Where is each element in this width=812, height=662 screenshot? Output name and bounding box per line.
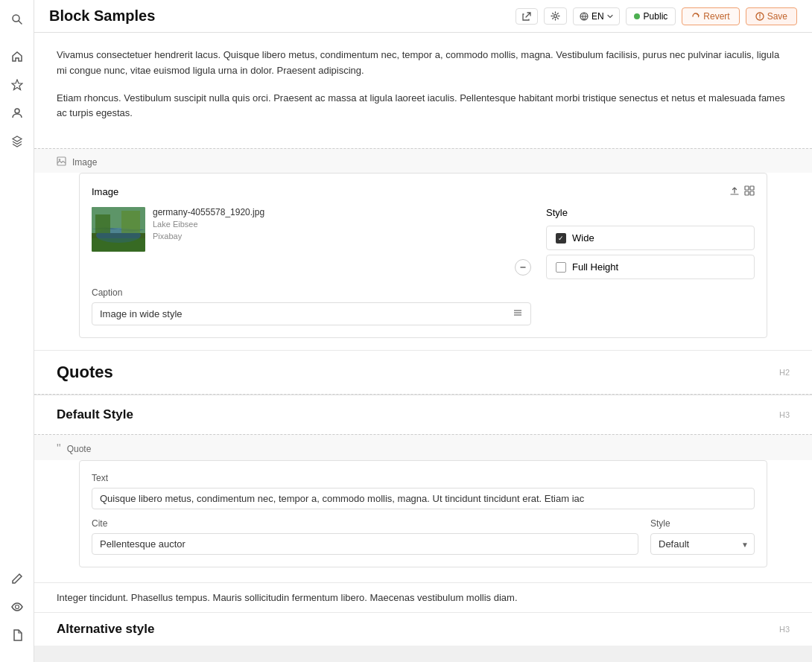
fullheight-label: Full Height (572, 261, 618, 273)
content-area: Vivamus consectetuer hendrerit lacus. Qu… (34, 33, 812, 662)
revert-button[interactable]: Revert (682, 7, 739, 25)
style-option-fullheight[interactable]: Full Height (546, 255, 755, 279)
svg-rect-12 (745, 186, 749, 190)
svg-rect-14 (745, 191, 749, 195)
intro-paragraph-2: Etiam rhoncus. Vestibulum suscipit nulla… (57, 91, 790, 122)
wide-label: Wide (572, 232, 594, 244)
image-block-label: Image (72, 157, 97, 168)
svg-rect-13 (750, 186, 754, 190)
language-label: EN (591, 11, 604, 22)
remove-image-button[interactable] (515, 259, 531, 276)
default-style-badge: H3 (779, 410, 790, 419)
image-block-header-label: Image (92, 186, 118, 197)
image-block-content: germany-4055578_1920.jpg Lake Eibsee Pix… (92, 207, 755, 325)
settings-button[interactable] (544, 7, 567, 25)
quote-text-input[interactable] (92, 488, 755, 509)
grid-icon[interactable] (744, 185, 755, 198)
svg-point-9 (759, 17, 761, 19)
sidebar-bottom (5, 567, 29, 655)
external-link-button[interactable] (516, 8, 538, 25)
svg-rect-15 (750, 191, 754, 195)
style-option-wide[interactable]: ✓ Wide (546, 226, 755, 250)
align-icon[interactable] (513, 308, 523, 320)
image-preview: germany-4055578_1920.jpg Lake Eibsee Pix… (92, 207, 531, 252)
quotes-badge: H2 (779, 368, 790, 377)
language-selector[interactable]: EN (573, 7, 620, 25)
search-icon[interactable] (5, 7, 29, 31)
svg-line-1 (19, 21, 22, 24)
edit-icon[interactable] (5, 567, 29, 591)
image-thumbnail (92, 207, 145, 252)
svg-rect-20 (95, 214, 110, 233)
quotes-heading: Quotes (57, 363, 113, 382)
status-badge: Public (626, 7, 676, 25)
caption-label: Caption (92, 287, 531, 298)
header: Block Samples (34, 0, 812, 33)
save-label: Save (767, 11, 787, 22)
intro-text-area: Vivamus consectetuer hendrerit lacus. Qu… (34, 33, 812, 148)
eye-icon[interactable] (5, 595, 29, 619)
fullheight-checkbox[interactable] (556, 262, 566, 273)
save-button[interactable]: Save (746, 7, 797, 25)
star-icon[interactable] (5, 73, 29, 97)
status-dot (634, 13, 640, 19)
image-block-header-icons (729, 185, 755, 198)
style-title: Style (546, 207, 755, 218)
style-select-label: Style (650, 518, 755, 529)
image-block-wrapper: Image (34, 173, 812, 350)
image-info: germany-4055578_1920.jpg Lake Eibsee Pix… (153, 207, 531, 242)
file-icon[interactable] (5, 623, 29, 647)
revert-label: Revert (703, 11, 729, 22)
quote-bottom-text: Integer tincidunt. Phasellus tempus. Mau… (34, 582, 812, 612)
style-select-wrapper: Default Primary Secondary ▼ (650, 533, 755, 555)
header-actions: EN Public Revert (516, 7, 797, 25)
image-remove-area (92, 259, 531, 276)
quotes-section-header: Quotes H2 (34, 350, 812, 394)
home-icon[interactable] (5, 45, 29, 69)
style-field: Style Default Primary Secondary ▼ (650, 518, 755, 555)
status-label: Public (644, 11, 668, 22)
image-preview-area: germany-4055578_1920.jpg Lake Eibsee Pix… (92, 207, 531, 325)
person-icon[interactable] (5, 101, 29, 125)
quote-block-label-row: " Quote (34, 434, 812, 460)
text-field-label: Text (92, 473, 755, 483)
image-credit-line2: Pixabay (153, 231, 531, 242)
svg-point-4 (554, 15, 556, 18)
svg-point-11 (59, 159, 60, 160)
left-sidebar (0, 0, 34, 662)
image-block-icon (57, 156, 66, 168)
cite-input[interactable] (92, 533, 638, 555)
alt-style-badge: H3 (779, 625, 790, 634)
intro-paragraph-1: Vivamus consectetuer hendrerit lacus. Qu… (57, 48, 790, 79)
layers-icon[interactable] (5, 130, 29, 153)
quote-icon: " (57, 442, 61, 456)
upload-icon[interactable] (729, 185, 740, 198)
cite-field: Cite (92, 518, 638, 555)
svg-point-3 (15, 605, 19, 609)
caption-input-row (92, 302, 531, 325)
default-style-heading: Default Style (57, 407, 133, 422)
main-area: Block Samples (34, 0, 812, 662)
svg-rect-10 (57, 157, 66, 165)
image-block-container: Image (79, 173, 767, 338)
caption-input[interactable] (100, 308, 513, 319)
cite-style-row: Cite Style Default Primary Secondary (92, 518, 755, 555)
alt-style-section: Alternative style H3 (34, 612, 812, 646)
image-credit-line1: Lake Eibsee (153, 219, 531, 230)
quote-block-label: Quote (67, 444, 92, 454)
style-area: Style ✓ Wide Full Height (546, 207, 755, 325)
wide-checkbox[interactable]: ✓ (556, 233, 566, 244)
cite-label: Cite (92, 518, 638, 529)
svg-point-2 (15, 109, 19, 113)
image-block-header: Image (92, 185, 755, 198)
page-title: Block Samples (49, 7, 508, 25)
alt-style-heading: Alternative style (57, 622, 154, 637)
image-block-label-row: Image (34, 148, 812, 173)
quote-block-container: Text Cite Style Default Prim (79, 460, 767, 567)
image-filename: germany-4055578_1920.jpg (153, 207, 531, 217)
quote-block-wrapper: Text Cite Style Default Prim (34, 460, 812, 582)
caption-area: Caption (92, 287, 531, 325)
style-select[interactable]: Default Primary Secondary (650, 533, 755, 555)
default-style-section-header: Default Style H3 (34, 395, 812, 434)
svg-rect-21 (121, 211, 140, 233)
